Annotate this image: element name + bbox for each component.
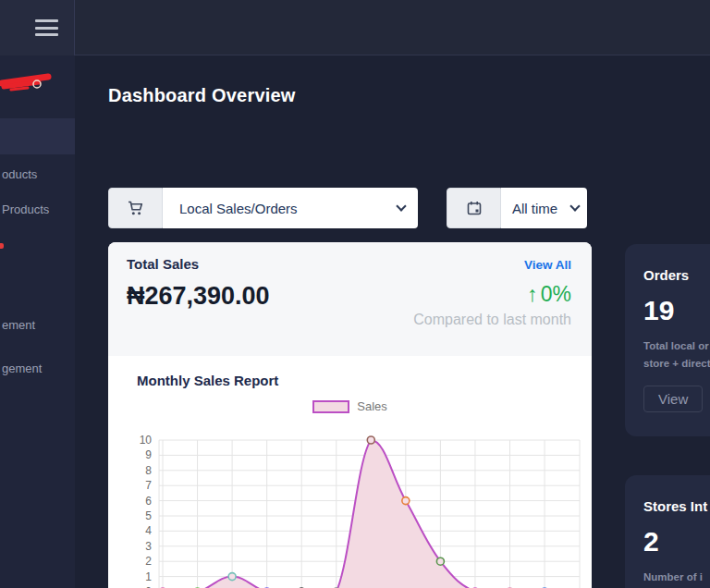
- navbar-brand-area: [0, 0, 75, 55]
- orders-description: Total local or store + direct: [643, 337, 710, 373]
- time-range-select[interactable]: All time: [501, 188, 587, 228]
- legend-label: Sales: [357, 399, 387, 413]
- chevron-down-icon: [569, 201, 580, 211]
- chart-legend: Sales: [108, 399, 592, 413]
- trend-value: 0%: [541, 282, 571, 306]
- total-sales-stats-section: Total Sales ₦267,390.00 View All ↑0% Com…: [108, 242, 592, 356]
- sidebar-item-management-1[interactable]: ement: [2, 318, 35, 332]
- top-navbar: [0, 0, 710, 55]
- orders-card-title: Orders: [643, 267, 710, 283]
- compare-text: Compared to last month: [413, 312, 571, 328]
- legend-swatch: [312, 400, 349, 413]
- sidebar-item-management-2[interactable]: gement: [2, 361, 42, 375]
- chart-title: Monthly Sales Report: [137, 373, 592, 388]
- view-all-link[interactable]: View All: [524, 258, 571, 272]
- orders-desc-line2: store + direct: [643, 358, 710, 369]
- monthly-sales-section: Monthly Sales Report Sales 012345678910: [108, 356, 592, 588]
- time-range-filter: All time: [447, 188, 587, 228]
- sales-type-select[interactable]: Local Sales/Orders: [163, 188, 418, 228]
- sales-type-filter: Local Sales/Orders: [108, 188, 418, 228]
- time-range-selected-value: All time: [512, 201, 557, 216]
- svg-text:3: 3: [145, 540, 152, 553]
- cart-icon: [108, 188, 163, 228]
- svg-text:4: 4: [145, 524, 152, 537]
- total-sales-title: Total Sales: [127, 256, 270, 272]
- calendar-icon: [447, 188, 501, 228]
- stores-card: Stores Int 2 Number of i: [625, 475, 710, 588]
- menu-icon[interactable]: [35, 19, 58, 36]
- svg-text:9: 9: [145, 448, 152, 461]
- brand-logo-red-scribble-icon: [0, 68, 59, 94]
- sales-chart-svg: 012345678910: [108, 417, 592, 588]
- svg-text:1: 1: [145, 570, 152, 583]
- trend-indicator: ↑0%: [413, 282, 571, 307]
- orders-card: Orders 19 Total local or store + direct …: [625, 244, 710, 436]
- sidebar-item-active[interactable]: [0, 118, 75, 154]
- total-sales-amount: ₦267,390.00: [127, 282, 270, 311]
- svg-text:6: 6: [145, 495, 152, 508]
- stores-description: Number of i: [643, 569, 710, 586]
- orders-count: 19: [643, 295, 710, 326]
- sales-type-selected-value: Local Sales/Orders: [179, 201, 298, 216]
- sidebar: oducts Products ement gement: [0, 55, 75, 588]
- svg-text:8: 8: [145, 464, 152, 477]
- arrow-up-icon: ↑: [527, 282, 538, 306]
- svg-text:7: 7: [145, 479, 152, 492]
- chevron-down-icon: [396, 201, 406, 211]
- stores-count: 2: [643, 526, 710, 557]
- sidebar-item-add-products[interactable]: Products: [2, 202, 49, 216]
- svg-text:10: 10: [140, 434, 153, 447]
- stores-card-title: Stores Int: [643, 498, 710, 514]
- sidebar-item-products[interactable]: oducts: [2, 167, 37, 181]
- total-sales-card: Total Sales ₦267,390.00 View All ↑0% Com…: [108, 242, 592, 588]
- orders-desc-line1: Total local or: [643, 340, 709, 351]
- svg-text:5: 5: [145, 509, 152, 522]
- orders-view-button[interactable]: View: [643, 386, 703, 412]
- svg-text:2: 2: [145, 555, 152, 568]
- page-title: Dashboard Overview: [108, 85, 296, 106]
- sidebar-red-badge-fragment: [0, 243, 4, 249]
